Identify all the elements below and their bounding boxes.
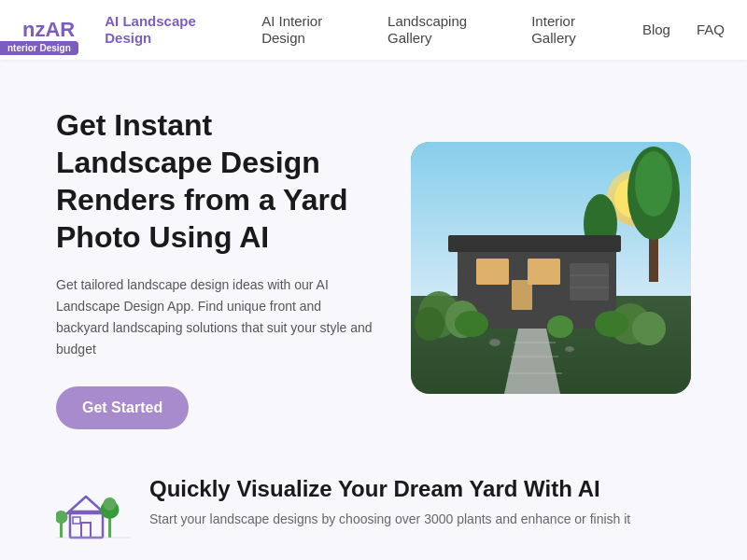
nav-item-blog[interactable]: Blog <box>642 21 670 38</box>
svg-point-27 <box>565 346 574 352</box>
nav-item-interior-gallery[interactable]: Interior Gallery <box>531 13 616 47</box>
nav-link-interior[interactable]: AI Interior Design <box>261 13 322 46</box>
teaser-heading: Quickly Visualize Your Dream Yard With A… <box>149 476 630 502</box>
nav-link-faq[interactable]: FAQ <box>697 21 725 37</box>
teaser-content: Quickly Visualize Your Dream Yard With A… <box>149 476 630 529</box>
nav-badge: nterior Design <box>0 41 78 55</box>
bottom-teaser: Quickly Visualize Your Dream Yard With A… <box>0 457 747 551</box>
svg-rect-35 <box>81 523 91 538</box>
get-started-button[interactable]: Get Started <box>56 386 189 429</box>
nav-link-interior-gallery[interactable]: Interior Gallery <box>531 13 576 46</box>
svg-point-29 <box>595 311 628 337</box>
svg-rect-39 <box>108 517 111 538</box>
hero-image <box>411 142 691 394</box>
hero-title: Get Instant Landscape Design Renders fro… <box>56 106 374 256</box>
svg-point-28 <box>455 311 488 337</box>
house-icon <box>56 476 131 551</box>
svg-point-26 <box>489 339 500 346</box>
svg-point-38 <box>56 511 68 524</box>
navbar: nzAR AI Landscape Design AI Interior Des… <box>0 0 747 60</box>
nav-link-landscaping-gallery[interactable]: Landscaping Gallery <box>388 13 467 46</box>
logo[interactable]: nzAR <box>22 18 75 42</box>
svg-rect-33 <box>70 511 103 538</box>
svg-point-25 <box>632 312 666 345</box>
hero-description: Get tailored landscape design ideas with… <box>56 274 374 360</box>
svg-rect-32 <box>528 259 560 285</box>
svg-rect-36 <box>73 517 80 524</box>
house-trees-icon <box>56 476 131 551</box>
nav-item-faq[interactable]: FAQ <box>697 21 725 38</box>
svg-rect-13 <box>570 263 609 301</box>
svg-point-30 <box>547 315 573 338</box>
landscape-image <box>411 142 691 394</box>
hero-section: Get Instant Landscape Design Renders fro… <box>0 60 747 457</box>
svg-rect-10 <box>448 235 621 252</box>
svg-rect-31 <box>476 259 509 285</box>
svg-point-41 <box>104 497 117 511</box>
svg-point-23 <box>415 307 444 341</box>
landscape-svg <box>411 142 691 394</box>
logo-text: nzAR <box>22 18 75 41</box>
nav-item-landscaping-gallery[interactable]: Landscaping Gallery <box>388 13 505 47</box>
svg-point-6 <box>635 151 672 217</box>
nav-links: AI Landscape Design AI Interior Design L… <box>105 13 725 47</box>
hero-text: Get Instant Landscape Design Renders fro… <box>56 106 374 429</box>
nav-link-landscape[interactable]: AI Landscape Design <box>105 13 196 46</box>
nav-item-interior[interactable]: AI Interior Design <box>261 13 361 47</box>
nav-item-landscape[interactable]: AI Landscape Design <box>105 13 235 47</box>
nav-link-blog[interactable]: Blog <box>642 21 670 37</box>
teaser-description: Start your landscape designs by choosing… <box>149 510 630 529</box>
